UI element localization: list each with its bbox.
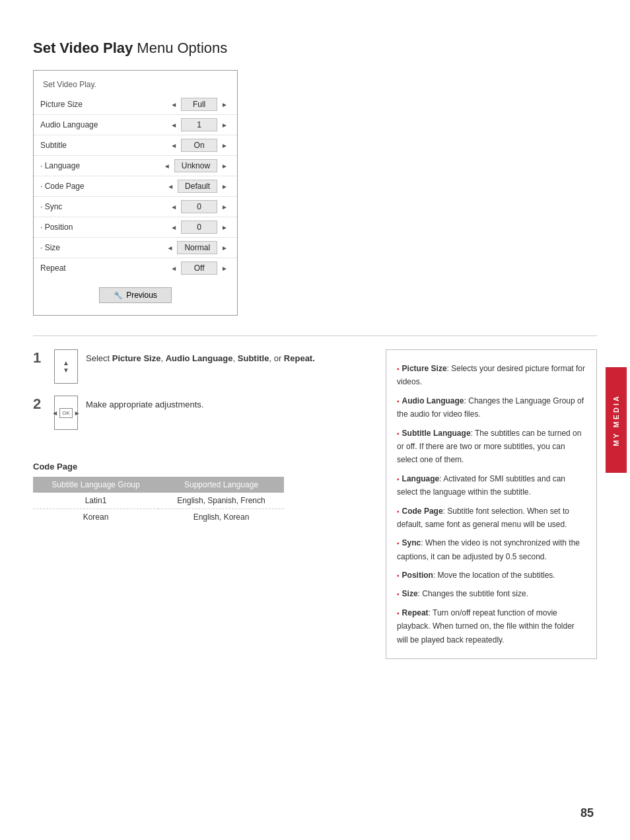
info-icon-8: ▪: [397, 610, 400, 617]
sidebar-tab: MY MEDIA: [606, 367, 627, 473]
info-icon-3: ▪: [397, 475, 400, 483]
menu-row-4: · Code Page ◄ Default ►: [34, 176, 237, 197]
menu-label-2: Subtitle: [40, 141, 168, 150]
menu-value-0: Full: [181, 98, 217, 111]
info-item-1: ▪Audio Language: Changes the Language Gr…: [397, 394, 586, 421]
info-text-5: : When the video is not synchronized wit…: [397, 538, 580, 561]
info-item-5: ▪Sync: When the video is not synchronize…: [397, 536, 586, 563]
step-2-number: 2: [33, 396, 46, 413]
info-box: ▪Picture Size: Selects your desired pict…: [386, 349, 597, 659]
right-arrow-3[interactable]: ►: [219, 161, 230, 171]
menu-box-title: Set Video Play.: [34, 77, 237, 94]
right-arrow-0[interactable]: ►: [219, 100, 230, 110]
menu-value-8: Off: [181, 262, 217, 275]
step-1-icon: ▲ ▼: [54, 349, 78, 384]
menu-label-8: Repeat: [40, 263, 168, 273]
right-arrow-7[interactable]: ►: [219, 243, 230, 253]
left-arrow-7[interactable]: ◄: [164, 243, 176, 253]
info-icon-1: ▪: [397, 398, 400, 405]
info-text-7: : Changes the subtitle font size.: [418, 589, 528, 598]
menu-row-2: Subtitle ◄ On ►: [34, 135, 237, 156]
menu-value-7: Normal: [177, 241, 217, 254]
step-2-text: Make appropriate adjustments.: [86, 396, 203, 411]
menu-value-5: 0: [181, 200, 217, 213]
table-cell-group-1: Korean: [33, 509, 158, 526]
left-arrow-4[interactable]: ◄: [164, 182, 176, 192]
menu-control-2[interactable]: ◄ On ►: [168, 139, 230, 152]
menu-control-5[interactable]: ◄ 0 ►: [168, 200, 230, 213]
steps-left: 1 ▲ ▼ Select Picture Size, Audio Languag…: [33, 349, 370, 442]
menu-value-4: Default: [178, 180, 217, 193]
table-cell-lang-0: English, Spanish, French: [158, 493, 284, 509]
left-arrow-3[interactable]: ◄: [161, 161, 173, 171]
menu-control-6[interactable]: ◄ 0 ►: [168, 221, 230, 234]
menu-control-8[interactable]: ◄ Off ►: [168, 262, 230, 275]
previous-label: Previous: [126, 291, 157, 300]
table-header-group: Subtitle Language Group: [33, 477, 158, 493]
col-left: 1 ▲ ▼ Select Picture Size, Audio Languag…: [33, 349, 370, 659]
info-bold-8: Repeat: [402, 608, 429, 617]
title-bold: Set Video Play: [33, 40, 133, 56]
col-right: ▪Picture Size: Selects your desired pict…: [386, 349, 597, 659]
left-arrow-2[interactable]: ◄: [168, 141, 180, 151]
menu-label-0: Picture Size: [40, 100, 168, 109]
menu-control-1[interactable]: ◄ 1 ►: [168, 118, 230, 131]
code-table-body: Latin1 English, Spanish, French Korean E…: [33, 493, 284, 525]
menu-label-1: Audio Language: [40, 120, 168, 129]
info-item-6: ▪Position: Move the location of the subt…: [397, 569, 586, 582]
info-bold-6: Position: [402, 571, 433, 580]
step-1-number: 1: [33, 349, 46, 367]
table-row-0: Latin1 English, Spanish, French: [33, 493, 284, 509]
menu-control-7[interactable]: ◄ Normal ►: [164, 241, 230, 254]
right-arrow-6[interactable]: ►: [219, 223, 230, 232]
code-page-section: Code Page Subtitle Language Group Suppor…: [33, 462, 370, 525]
info-icon-4: ▪: [397, 508, 400, 515]
info-item-2: ▪Subtitle Language: The subtitles can be…: [397, 427, 586, 467]
info-item-8: ▪Repeat: Turn on/off repeat function of …: [397, 606, 586, 647]
menu-label-3: · Language: [40, 161, 161, 170]
right-arrow-5[interactable]: ►: [219, 202, 230, 212]
right-arrow-1[interactable]: ►: [219, 120, 230, 130]
table-cell-lang-1: English, Korean: [158, 509, 284, 526]
step-1-text: Select Picture Size, Audio Language, Sub…: [86, 349, 315, 365]
menu-label-6: · Position: [40, 223, 168, 232]
menu-box: Set Video Play. Picture Size ◄ Full ► Au…: [33, 70, 238, 316]
menu-value-3: Unknow: [174, 159, 217, 172]
info-icon-6: ▪: [397, 572, 400, 579]
menu-label-4: · Code Page: [40, 182, 164, 191]
info-bold-2: Subtitle Language: [402, 429, 471, 438]
menu-row-1: Audio Language ◄ 1 ►: [34, 115, 237, 135]
menu-row-0: Picture Size ◄ Full ►: [34, 94, 237, 115]
info-item-7: ▪Size: Changes the subtitle font size.: [397, 587, 586, 600]
info-bold-7: Size: [402, 589, 418, 598]
info-text-6: : Move the location of the subtitles.: [433, 571, 555, 580]
page-content: Set Video Play Menu Options Set Video Pl…: [0, 0, 630, 685]
left-arrow-1[interactable]: ◄: [168, 120, 180, 130]
right-arrow-4[interactable]: ►: [219, 182, 230, 192]
menu-row-6: · Position ◄ 0 ►: [34, 217, 237, 238]
menu-control-4[interactable]: ◄ Default ►: [164, 180, 230, 193]
info-bold-5: Sync: [402, 538, 421, 547]
info-icon-5: ▪: [397, 540, 400, 547]
left-arrow-8[interactable]: ◄: [168, 263, 180, 273]
info-item-4: ▪Code Page: Subtitle font selection. Whe…: [397, 505, 586, 532]
step-2: 2 ◄ OK ► Make appropriate adjustments.: [33, 396, 370, 430]
left-arrow-5[interactable]: ◄: [168, 202, 180, 212]
title-normal: Menu Options: [133, 40, 227, 56]
menu-control-3[interactable]: ◄ Unknow ►: [161, 159, 230, 172]
step-1: 1 ▲ ▼ Select Picture Size, Audio Languag…: [33, 349, 370, 384]
info-icon-0: ▪: [397, 365, 400, 372]
menu-control-0[interactable]: ◄ Full ►: [168, 98, 230, 111]
code-page-title: Code Page: [33, 462, 370, 472]
left-arrow-0[interactable]: ◄: [168, 100, 180, 110]
info-bold-0: Picture Size: [402, 364, 447, 373]
info-item-0: ▪Picture Size: Selects your desired pict…: [397, 362, 586, 389]
right-arrow-2[interactable]: ►: [219, 141, 230, 151]
info-icon-2: ▪: [397, 430, 400, 437]
previous-button[interactable]: 🔧 Previous: [99, 287, 172, 303]
section-divider: [33, 335, 597, 336]
menu-value-6: 0: [181, 221, 217, 234]
left-arrow-6[interactable]: ◄: [168, 223, 180, 232]
right-arrow-8[interactable]: ►: [219, 263, 230, 273]
menu-row-8: Repeat ◄ Off ►: [34, 258, 237, 278]
